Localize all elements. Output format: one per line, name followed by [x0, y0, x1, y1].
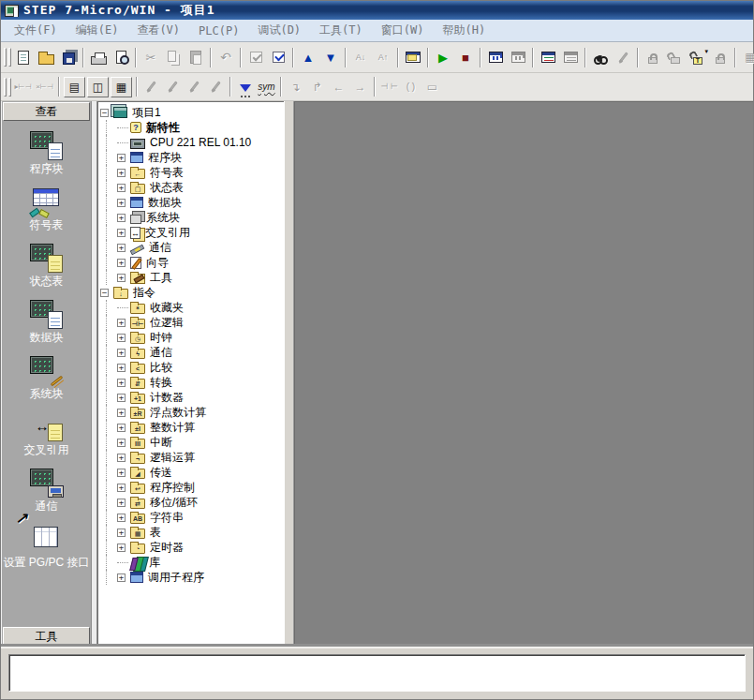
tree-item-bit-logic[interactable]: +⊣⊢位逻辑 [100, 315, 284, 330]
menu-file[interactable]: 文件(F) [5, 21, 67, 40]
menu-edit[interactable]: 编辑(E) [67, 21, 128, 40]
tree-item-interrupt[interactable]: +III中断 [100, 435, 284, 450]
print-preview-button[interactable] [110, 46, 132, 68]
toolbar-grip[interactable] [8, 78, 11, 97]
tree-expander-plus[interactable]: + [117, 424, 126, 432]
tree-item-call-subroutines[interactable]: +调用子程序 [100, 570, 284, 585]
tree-expander-plus[interactable]: + [117, 379, 126, 387]
goto-network-button[interactable] [234, 77, 256, 97]
tree-expander-plus[interactable]: + [117, 349, 126, 357]
upload-button[interactable]: ▲ [297, 46, 319, 68]
tree-expander-plus[interactable]: + [117, 499, 126, 507]
run-button[interactable]: ▶ [432, 46, 454, 68]
tree-expander-plus[interactable]: + [117, 229, 126, 237]
tree-item-counters[interactable]: ++1计数器 [100, 390, 284, 405]
tree-item-string[interactable]: +AB字符串 [100, 510, 284, 525]
tree-expander-plus[interactable]: + [117, 409, 126, 417]
tree-item-cross-reference[interactable]: +交叉引用 [100, 225, 284, 240]
tree-expander-plus[interactable]: + [117, 454, 126, 462]
toolbar-grip[interactable] [4, 48, 7, 67]
tree-expander-plus[interactable]: + [117, 364, 126, 372]
chart-status-button[interactable] [537, 46, 559, 68]
nav-item-data-block[interactable]: 数据块 [2, 300, 91, 344]
nav-item-system-block[interactable]: 系统块 [2, 356, 91, 400]
view-pou-comments-button[interactable]: ▤ [64, 77, 85, 97]
menu-tools[interactable]: 工具(T) [310, 21, 372, 40]
tree-item-program-block[interactable]: +程序块 [100, 150, 284, 165]
compile-all-button[interactable] [267, 46, 289, 68]
tree-expander-minus[interactable]: − [100, 289, 109, 297]
tree-item-libraries[interactable]: 库 [100, 555, 284, 570]
tree-expander-plus[interactable]: + [117, 169, 126, 177]
download-button[interactable]: ▼ [319, 46, 342, 68]
tree-item-cpu[interactable]: CPU 221 REL 01.10 [100, 135, 284, 150]
toolbar-grip[interactable] [4, 78, 7, 97]
tree-expander-plus[interactable]: + [117, 394, 126, 402]
tree-item-clock[interactable]: +◷时钟 [100, 330, 284, 345]
tree-expander-plus[interactable]: + [117, 334, 126, 342]
tree-item-instructions[interactable]: −↓指令 [100, 285, 284, 300]
view-symbol-info-table-button[interactable]: ▦ [111, 77, 132, 97]
tree-expander-plus[interactable]: + [117, 484, 126, 492]
tree-expander-plus[interactable]: + [117, 184, 126, 192]
tree-expander-minus[interactable]: − [100, 109, 109, 117]
tree-item-move[interactable]: +◢传送 [100, 465, 284, 480]
tree-item-compare[interactable]: +<比较 [100, 360, 284, 375]
symbolic-addressing-button[interactable]: sym [256, 77, 277, 97]
save-all-button[interactable] [57, 46, 80, 68]
options-button[interactable] [402, 46, 424, 68]
tree-item-table[interactable]: +▦表 [100, 525, 284, 540]
tree-expander-plus[interactable]: + [117, 319, 126, 327]
tree-item-whats-new[interactable]: ?新特性 [100, 120, 284, 135]
tree-item-timers[interactable]: +◔定时器 [100, 540, 284, 555]
menu-view[interactable]: 查看(V) [127, 21, 189, 40]
print-button[interactable] [87, 46, 110, 68]
tree-item-symbol-table[interactable]: +←符号表 [100, 165, 284, 180]
menu-plc[interactable]: PLC(P) [189, 22, 248, 39]
open-project-button[interactable] [35, 46, 57, 68]
tree-item-logical-operations[interactable]: +¬逻辑运算 [100, 450, 284, 465]
view-network-comments-button[interactable]: ◫ [87, 77, 109, 97]
tree-expander-plus[interactable]: + [117, 259, 126, 267]
nav-item-communications[interactable]: 通信 [2, 469, 91, 513]
tree-item-shift-rotate[interactable]: +⇄移位/循环 [100, 495, 284, 510]
temporary-unlock-button[interactable]: T▾ [687, 46, 709, 68]
tree-expander-plus[interactable]: + [117, 214, 126, 222]
toolbar-grip[interactable] [8, 48, 11, 67]
tree-item-program-control[interactable]: +↩程序控制 [100, 480, 284, 495]
nav-item-status-chart[interactable]: 状态表 [2, 244, 91, 288]
tree-expander-plus[interactable]: + [117, 573, 126, 582]
menu-debug[interactable]: 调试(D) [248, 21, 310, 40]
tree-item-tools[interactable]: +工具 [100, 270, 284, 285]
program-status-button[interactable] [484, 46, 507, 68]
tree-item-data-block[interactable]: +数据块 [100, 195, 284, 210]
menu-window[interactable]: 窗口(W) [372, 21, 434, 40]
tools-bar-header[interactable]: 工具 [3, 627, 90, 646]
status-monitor-button[interactable] [589, 46, 612, 68]
tree-item-comm[interactable]: +ϟ通信 [100, 345, 284, 360]
tree-expander-plus[interactable]: + [117, 244, 126, 252]
menu-help[interactable]: 帮助(H) [433, 21, 495, 40]
panel-splitter[interactable] [284, 101, 294, 647]
tree-expander-plus[interactable]: + [117, 274, 126, 282]
tree-expander-plus[interactable]: + [117, 529, 126, 537]
tree-item-integer-math[interactable]: +±I整数计算 [100, 420, 284, 435]
tree-expander-plus[interactable]: + [117, 439, 126, 447]
tree-expander-plus[interactable]: + [117, 469, 126, 477]
nav-item-program-block[interactable]: 程序块 [2, 131, 91, 175]
tree-item-project-1[interactable]: −项目1 [100, 105, 284, 120]
new-project-button[interactable] [12, 46, 35, 68]
tree-item-convert[interactable]: +⇵转换 [100, 375, 284, 390]
tree-item-system-block[interactable]: +系统块 [100, 210, 284, 225]
tree-expander-plus[interactable]: + [117, 544, 126, 552]
tree-item-communications[interactable]: +通信 [100, 240, 284, 255]
tree-expander-plus[interactable]: + [117, 514, 126, 522]
view-bar-header[interactable]: 查看 [3, 102, 90, 121]
nav-item-symbol-table[interactable]: 符号表 [2, 187, 91, 231]
tree-item-favorites[interactable]: ＊收藏夹 [100, 300, 284, 315]
tree-item-floating-point-math[interactable]: +±R浮点数计算 [100, 405, 284, 420]
tree-item-status-chart[interactable]: +▢状态表 [100, 180, 284, 195]
stop-button[interactable]: ■ [454, 46, 477, 68]
nav-item-set-pgpc-interface[interactable]: 设置 PG/PC 接口 [2, 525, 91, 569]
tree-item-wizards[interactable]: +向导 [100, 255, 284, 270]
